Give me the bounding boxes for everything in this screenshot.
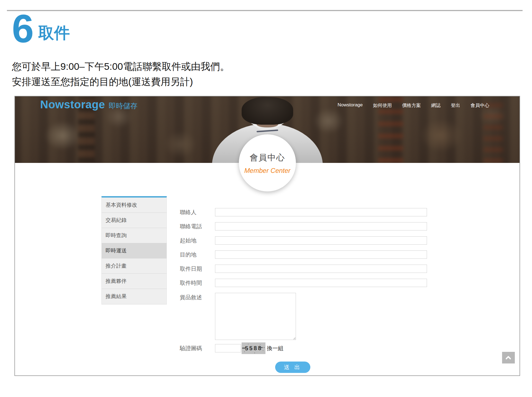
contact-phone-label: 聯絡電話 bbox=[180, 223, 215, 230]
logo-tagline: 即時儲存 bbox=[109, 101, 137, 111]
form-row: 聯絡電話 bbox=[180, 222, 443, 230]
site-logo[interactable]: Nowstorage 即時儲存 bbox=[40, 98, 137, 111]
contact-name-field[interactable] bbox=[215, 208, 427, 216]
intro-text: 您可於早上9:00–下午5:00電話聯繫取件或由我們。 安排運送至您指定的目的地… bbox=[12, 59, 230, 89]
sidebar-item-referral-partners[interactable]: 推薦夥伴 bbox=[102, 274, 167, 289]
destination-label: 目的地 bbox=[180, 251, 215, 258]
captcha-code: 5588 bbox=[245, 345, 262, 352]
form-row: 貨品敘述 bbox=[180, 293, 443, 340]
sidebar-item-instant-inquiry[interactable]: 即時查詢 bbox=[102, 228, 167, 243]
pickup-date-field[interactable] bbox=[215, 265, 427, 273]
captcha-refresh-link[interactable]: 換一組 bbox=[267, 345, 283, 352]
logo-name: Nowstorage bbox=[40, 98, 105, 111]
main-nav: Nowstorage 如何使用 價格方案 網誌 登出 會員中心 bbox=[337, 102, 489, 109]
submit-button[interactable]: 送 出 bbox=[275, 362, 310, 373]
nav-item-nowstorage[interactable]: Nowstorage bbox=[337, 102, 363, 109]
captcha-image: 5588 bbox=[242, 342, 265, 354]
sidebar-item-transactions[interactable]: 交易紀錄 bbox=[102, 213, 167, 228]
sidebar-item-referral-results[interactable]: 推薦結果 bbox=[102, 289, 167, 304]
form-row: 目的地 bbox=[180, 250, 443, 259]
captcha-label: 驗證圖碼 bbox=[180, 345, 215, 352]
embedded-screenshot: Nowstorage 即時儲存 Nowstorage 如何使用 價格方案 網誌 … bbox=[14, 96, 520, 376]
captcha-input[interactable] bbox=[215, 344, 241, 352]
origin-label: 起始地 bbox=[180, 237, 215, 244]
person-hair bbox=[242, 97, 293, 125]
goods-description-label: 貨品敘述 bbox=[180, 294, 215, 301]
form-row: 聯絡人 bbox=[180, 208, 443, 216]
sidebar-item-referral-plan[interactable]: 推介計畫 bbox=[102, 258, 167, 274]
step-title: 取件 bbox=[38, 22, 70, 44]
pickup-time-field[interactable] bbox=[215, 279, 427, 287]
badge-title: 會員中心 bbox=[250, 152, 285, 163]
member-center-badge: 會員中心 Member Center bbox=[239, 134, 296, 191]
origin-field[interactable] bbox=[215, 236, 427, 245]
sidebar-item-basic-info[interactable]: 基本資料修改 bbox=[102, 198, 167, 213]
contact-name-label: 聯絡人 bbox=[180, 209, 215, 216]
contact-phone-field[interactable] bbox=[215, 222, 427, 230]
pickup-request-form: 聯絡人 聯絡電話 起始地 目的地 取件日期 取件時間 貨品敘述 驗證圖碼 bbox=[180, 208, 443, 354]
pickup-date-label: 取件日期 bbox=[180, 265, 215, 273]
step-number: 6 bbox=[12, 13, 33, 45]
nav-item-member-center[interactable]: 會員中心 bbox=[470, 102, 489, 109]
intro-line-1: 您可於早上9:00–下午5:00電話聯繫取件或由我們。 bbox=[12, 59, 230, 74]
nav-item-how-to-use[interactable]: 如何使用 bbox=[373, 102, 392, 109]
form-row: 驗證圖碼 5588 換一組 bbox=[180, 342, 443, 354]
goods-description-textarea[interactable] bbox=[215, 293, 296, 340]
form-row: 起始地 bbox=[180, 236, 443, 245]
nav-item-blog[interactable]: 網誌 bbox=[431, 102, 441, 109]
sidebar-item-instant-delivery[interactable]: 即時運送 bbox=[102, 243, 167, 258]
divider-rule bbox=[7, 10, 523, 11]
nav-item-logout[interactable]: 登出 bbox=[451, 102, 460, 109]
destination-field[interactable] bbox=[215, 250, 427, 259]
pickup-time-label: 取件時間 bbox=[180, 279, 215, 287]
step-heading: 6 取件 bbox=[12, 13, 70, 45]
back-to-top-button[interactable] bbox=[502, 352, 515, 363]
form-row: 取件時間 bbox=[180, 279, 443, 287]
form-row: 取件日期 bbox=[180, 265, 443, 273]
badge-subtitle: Member Center bbox=[244, 167, 291, 175]
intro-line-2: 安排運送至您指定的目的地(運送費用另計) bbox=[12, 74, 230, 89]
member-sidebar-menu: 基本資料修改 交易紀錄 即時查詢 即時運送 推介計畫 推薦夥伴 推薦結果 bbox=[101, 196, 167, 304]
chevron-up-icon bbox=[506, 356, 510, 359]
nav-item-pricing[interactable]: 價格方案 bbox=[402, 102, 421, 109]
